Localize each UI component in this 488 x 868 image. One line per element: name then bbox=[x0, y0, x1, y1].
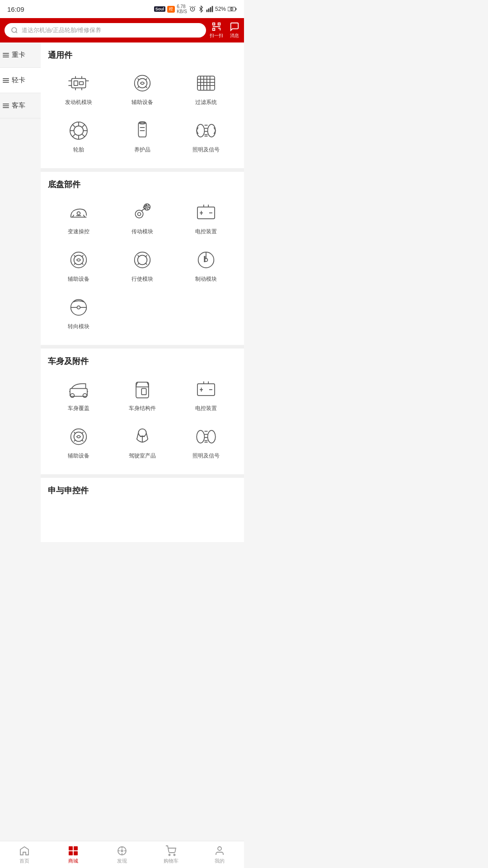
aux-2-label: 辅助设备 bbox=[68, 275, 89, 283]
search-bar[interactable]: 道达尔机油/正品轮胎/维修保养 bbox=[5, 23, 206, 38]
driving-module-icon bbox=[130, 247, 155, 273]
cabin-label: 驾驶室产品 bbox=[129, 452, 156, 460]
svg-line-29 bbox=[145, 86, 147, 88]
main-container: 重卡 轻卡 客车 通用件 bbox=[0, 42, 244, 542]
bluetooth-icon bbox=[198, 5, 204, 13]
svg-point-51 bbox=[197, 124, 204, 137]
svg-line-109 bbox=[82, 432, 83, 434]
search-icon bbox=[11, 27, 18, 34]
grid-item-body-structure[interactable]: 车身结构件 bbox=[112, 373, 174, 416]
grid-item-engine[interactable]: 发动机模块 bbox=[48, 67, 110, 110]
scan-button[interactable]: 扫一扫 bbox=[210, 22, 223, 39]
section-title-body: 车身及附件 bbox=[48, 356, 237, 367]
chassis-parts-grid: 变速操控 传动模块 bbox=[48, 196, 237, 338]
soul-badge: Soul bbox=[154, 6, 166, 12]
battery-ctrl-icon bbox=[193, 200, 219, 225]
grid-item-auxiliary[interactable]: 辅助设备 bbox=[112, 67, 174, 110]
header-icons: 扫一扫 消息 bbox=[210, 22, 239, 39]
general-parts-grid: 发动机模块 辅助设备 bbox=[48, 67, 237, 161]
section-general-parts: 通用件 bbox=[41, 42, 244, 165]
signal-icon bbox=[206, 6, 213, 12]
lighting-label: 照明及信号 bbox=[192, 146, 220, 154]
svg-point-74 bbox=[71, 252, 87, 268]
divider-3 bbox=[41, 474, 244, 478]
maintenance-icon bbox=[130, 118, 155, 143]
svg-rect-99 bbox=[141, 388, 146, 395]
svg-rect-6 bbox=[235, 8, 236, 10]
sidebar-item-heavy-truck[interactable]: 重卡 bbox=[0, 42, 41, 68]
grid-item-steering-module[interactable]: 转向模块 bbox=[48, 291, 110, 334]
auxiliary-label: 辅助设备 bbox=[131, 99, 153, 106]
lighting-2-icon bbox=[193, 424, 219, 449]
filter-label: 过滤系统 bbox=[195, 99, 217, 106]
body-parts-grid: 车身覆盖 车身结构件 bbox=[48, 373, 237, 467]
svg-line-77 bbox=[82, 255, 83, 257]
svg-point-66 bbox=[146, 206, 148, 208]
maintenance-label: 养护品 bbox=[134, 146, 150, 154]
aux-2-icon bbox=[66, 247, 91, 273]
tire-icon bbox=[66, 118, 91, 143]
grid-item-filter[interactable]: 过滤系统 bbox=[175, 67, 237, 110]
grid-item-battery-ctrl[interactable]: 电控装置 bbox=[175, 196, 237, 239]
body-cover-label: 车身覆盖 bbox=[68, 405, 89, 412]
grid-item-transmission-ctrl[interactable]: 变速操控 bbox=[48, 196, 110, 239]
menu-icon-3 bbox=[3, 104, 9, 108]
time: 16:09 bbox=[7, 5, 24, 13]
section-chassis: 底盘部件 变速操控 bbox=[41, 172, 244, 341]
divider-1 bbox=[41, 168, 244, 172]
svg-point-39 bbox=[74, 126, 84, 136]
svg-rect-3 bbox=[210, 7, 211, 12]
svg-rect-4 bbox=[212, 6, 213, 12]
svg-line-85 bbox=[145, 263, 147, 264]
body-cover-icon bbox=[66, 377, 91, 402]
grid-item-lighting-2[interactable]: 照明及信号 bbox=[175, 420, 237, 463]
alarm-icon bbox=[189, 5, 196, 13]
message-button[interactable]: 消息 bbox=[230, 22, 239, 39]
svg-point-58 bbox=[77, 212, 80, 215]
grid-item-lighting[interactable]: 照明及信号 bbox=[175, 114, 237, 157]
grid-item-tire[interactable]: 轮胎 bbox=[48, 114, 110, 157]
grid-item-cabin[interactable]: 驾驶室产品 bbox=[112, 420, 174, 463]
grid-item-drive-module[interactable]: 传动模块 bbox=[112, 196, 174, 239]
svg-point-52 bbox=[207, 124, 215, 137]
grid-item-body-cover[interactable]: 车身覆盖 bbox=[48, 373, 110, 416]
drive-module-icon bbox=[130, 200, 155, 225]
sidebar-item-label-light-truck: 轻卡 bbox=[12, 76, 25, 85]
orange-badge: 橙 bbox=[167, 6, 175, 13]
svg-rect-12 bbox=[213, 28, 215, 31]
message-label: 消息 bbox=[230, 33, 239, 39]
svg-line-46 bbox=[82, 124, 85, 127]
search-placeholder: 道达尔机油/正品轮胎/维修保养 bbox=[22, 26, 101, 34]
svg-point-80 bbox=[135, 252, 150, 268]
engine-label: 发动机模块 bbox=[65, 99, 92, 106]
status-icons: Soul 橙 6.78KB/S 52% bbox=[154, 4, 237, 14]
svg-line-79 bbox=[82, 263, 83, 264]
message-icon bbox=[230, 22, 239, 32]
section-title-chassis: 底盘部件 bbox=[48, 179, 237, 190]
svg-line-83 bbox=[145, 255, 147, 257]
grid-item-driving-module[interactable]: 行使模块 bbox=[112, 244, 174, 287]
svg-line-108 bbox=[74, 432, 75, 434]
scan-label: 扫一扫 bbox=[210, 33, 223, 39]
svg-rect-23 bbox=[80, 82, 84, 85]
grid-item-brake-module[interactable]: ! 制动模块 bbox=[175, 244, 237, 287]
svg-line-45 bbox=[82, 134, 85, 137]
svg-rect-10 bbox=[213, 23, 215, 25]
sidebar-item-label-bus: 客车 bbox=[12, 101, 25, 110]
svg-line-84 bbox=[138, 263, 139, 264]
svg-line-82 bbox=[138, 255, 139, 257]
content-area: 通用件 bbox=[41, 42, 244, 542]
grid-item-aux-3[interactable]: 辅助设备 bbox=[48, 420, 110, 463]
grid-item-elec-ctrl[interactable]: 电控装置 bbox=[175, 373, 237, 416]
filter-icon bbox=[193, 71, 219, 96]
svg-rect-93 bbox=[70, 388, 87, 396]
sidebar-item-label-heavy-truck: 重卡 bbox=[12, 51, 25, 59]
svg-point-64 bbox=[138, 212, 141, 216]
sidebar-item-bus[interactable]: 客车 bbox=[0, 93, 41, 118]
steering-module-label: 转向模块 bbox=[68, 323, 89, 330]
transmission-ctrl-label: 变速操控 bbox=[68, 228, 89, 236]
sidebar-item-light-truck[interactable]: 轻卡 bbox=[0, 68, 41, 93]
grid-item-aux-2[interactable]: 辅助设备 bbox=[48, 244, 110, 287]
svg-point-24 bbox=[135, 75, 150, 91]
grid-item-maintenance[interactable]: 养护品 bbox=[112, 114, 174, 157]
